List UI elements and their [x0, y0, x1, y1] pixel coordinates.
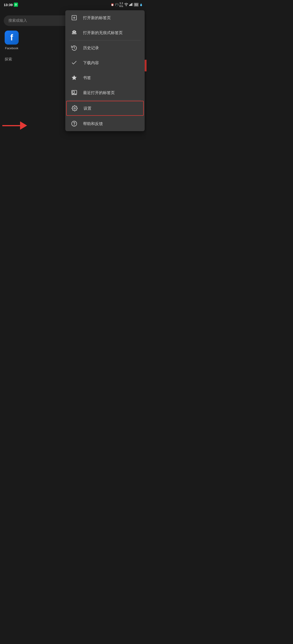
svg-rect-0: [129, 5, 130, 6]
history-label: 历史记录: [83, 45, 99, 51]
svg-rect-4: [132, 3, 133, 6]
shortcut-facebook[interactable]: f Facebook: [5, 30, 19, 50]
network-speed: 3.3K/s: [120, 2, 123, 8]
downloads-label: 下载内容: [83, 60, 99, 66]
battery-indicator: 53: [134, 3, 138, 6]
time-display: 13:39: [4, 3, 12, 7]
context-menu: 打开新的标签页 打开新的无痕式标签页: [65, 10, 145, 131]
svg-rect-1: [130, 4, 130, 6]
menu-item-recent-tabs[interactable]: 最近打开的标签页: [65, 85, 145, 100]
battery-drop-icon: 💧: [140, 3, 143, 6]
search-placeholder: 搜索或输入: [8, 18, 27, 22]
bookmarks-label: 书签: [83, 75, 91, 80]
new-tab-icon: [71, 14, 78, 21]
svg-rect-3: [131, 3, 132, 6]
menu-item-help[interactable]: 帮助和反馈: [65, 116, 145, 131]
arrow-line: [2, 125, 21, 126]
svg-point-22: [74, 108, 76, 109]
recent-tabs-icon: [71, 89, 78, 96]
divider-2: [69, 100, 141, 100]
new-tab-label: 打开新的标签页: [83, 15, 111, 20]
settings-label: 设置: [84, 106, 92, 111]
download-icon: [71, 60, 78, 66]
status-bar: 13:39 ⏱ ⏰ 📳 3.3K/s 53 💧: [0, 0, 146, 8]
status-time: 13:39 ⏱: [4, 2, 18, 7]
facebook-icon: f: [5, 30, 19, 44]
status-icons: ⏰ 📳 3.3K/s 53 💧: [111, 2, 143, 8]
help-icon: [71, 120, 78, 127]
arrow-head: [20, 121, 39, 130]
signal-icon: [129, 3, 133, 6]
help-label: 帮助和反馈: [83, 121, 103, 126]
menu-item-downloads[interactable]: 下载内容: [65, 55, 145, 70]
incognito-icon: [71, 30, 78, 36]
svg-rect-2: [131, 4, 131, 6]
settings-icon: [72, 105, 78, 112]
menu-item-new-tab[interactable]: 打开新的标签页: [65, 10, 145, 25]
svg-rect-18: [72, 91, 74, 93]
timer-icon: ⏱: [14, 2, 18, 7]
history-icon: [71, 44, 78, 51]
facebook-label: Facebook: [5, 46, 18, 50]
vibrate-icon: 📳: [115, 3, 118, 6]
menu-item-incognito[interactable]: 打开新的无痕式标签页: [65, 25, 145, 40]
recent-tabs-label: 最近打开的标签页: [83, 90, 115, 96]
red-accent-bar: [145, 60, 146, 72]
menu-item-bookmarks[interactable]: 书签: [65, 70, 145, 85]
wifi-icon: [124, 3, 128, 6]
alarm-icon: ⏰: [111, 3, 114, 6]
svg-marker-16: [72, 75, 77, 80]
menu-item-settings[interactable]: 设置: [66, 101, 144, 116]
arrow-pointer: [2, 121, 39, 130]
menu-item-history[interactable]: 历史记录: [65, 40, 145, 55]
bookmark-icon: [71, 74, 78, 81]
incognito-label: 打开新的无痕式标签页: [83, 30, 123, 36]
